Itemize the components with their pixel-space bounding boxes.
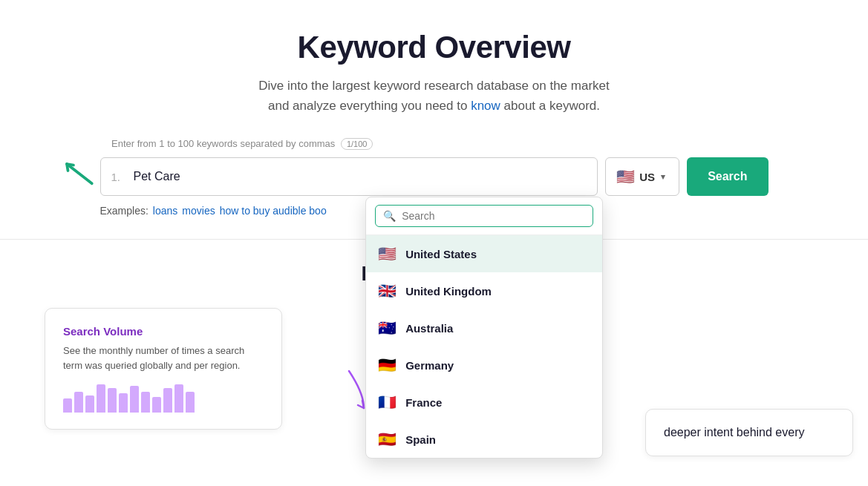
chart-bar: [152, 397, 161, 413]
country-item-uk[interactable]: 🇬🇧 United Kingdom: [366, 272, 602, 309]
country-name-au: Australia: [405, 322, 453, 335]
chart-bar: [108, 388, 117, 413]
flag-au: 🇦🇺: [378, 319, 397, 337]
chart-bar: [74, 392, 83, 413]
right-info-card: deeper intent behind every: [645, 409, 853, 456]
dropdown-search-border: 🔍: [375, 205, 593, 227]
search-volume-title: Search Volume: [63, 325, 264, 338]
search-row: 1. 🇺🇸 US ▾ 🔍: [100, 157, 769, 196]
country-item-fr[interactable]: 🇫🇷 France: [366, 384, 602, 421]
page-subtitle: Dive into the largest keyword research d…: [15, 76, 853, 116]
country-name-fr: France: [405, 396, 442, 409]
chart-bar: [97, 384, 105, 413]
country-list[interactable]: 🇺🇸 United States 🇬🇧 United Kingdom 🇦🇺 Au…: [366, 235, 602, 458]
chart-bar: [63, 398, 72, 413]
subtitle-line1: Dive into the largest keyword research d…: [258, 79, 609, 93]
keyword-count-badge: 1/100: [341, 138, 373, 150]
example-link-how-to-buy[interactable]: how to buy audible boo: [220, 205, 327, 217]
chart-bar: [130, 386, 139, 413]
dropdown-search-wrapper: 🔍: [366, 197, 602, 235]
example-link-movies[interactable]: movies: [182, 205, 215, 217]
country-name-us: United States: [405, 248, 477, 260]
keyword-number: 1.: [111, 171, 126, 183]
country-item-es[interactable]: 🇪🇸 Spain: [366, 421, 602, 458]
country-name-uk: United Kingdom: [405, 285, 492, 298]
flag-fr: 🇫🇷: [378, 393, 397, 411]
search-volume-desc: See the monthly number of times a search…: [63, 344, 264, 372]
country-flag: 🇺🇸: [616, 168, 635, 185]
subtitle-line2-end: about a keyword.: [500, 99, 600, 113]
flag-de: 🇩🇪: [378, 356, 397, 374]
page-wrapper: Keyword Overview Dive into the largest k…: [0, 0, 868, 486]
chart-bar: [141, 392, 150, 413]
chart-bar: [174, 384, 183, 413]
country-name-es: Spain: [405, 433, 436, 446]
country-item-au[interactable]: 🇦🇺 Australia: [366, 309, 602, 347]
chart-bar: [85, 395, 94, 413]
country-name-de: Germany: [405, 359, 454, 372]
country-dropdown[interactable]: 🔍 🇺🇸 United States 🇬🇧 United Kingdom: [365, 197, 603, 459]
chevron-down-icon: ▾: [661, 172, 665, 182]
header-section: Keyword Overview Dive into the largest k…: [0, 0, 868, 138]
search-button[interactable]: Search: [687, 157, 768, 196]
keyword-count-label: Enter from 1 to 100 keywords separated b…: [111, 138, 373, 150]
flag-es: 🇪🇸: [378, 430, 397, 448]
chart-bar: [163, 388, 172, 413]
flag-us: 🇺🇸: [378, 245, 397, 263]
right-card-desc: deeper intent behind every: [664, 426, 835, 439]
card-chart: [63, 383, 264, 413]
chart-bar: [119, 393, 128, 413]
search-icon: 🔍: [383, 210, 396, 222]
keyword-input-wrapper[interactable]: 1.: [100, 157, 598, 196]
keyword-input[interactable]: [134, 170, 587, 183]
subtitle-line2-start: and analyze everything you need to: [268, 99, 471, 113]
example-link-loans[interactable]: loans: [153, 205, 177, 217]
search-volume-card: Search Volume See the monthly number of …: [45, 308, 282, 430]
country-code: US: [639, 171, 655, 183]
country-item-us[interactable]: 🇺🇸 United States: [366, 235, 602, 272]
dropdown-search-input[interactable]: [402, 210, 585, 222]
flag-uk: 🇬🇧: [378, 282, 397, 300]
subtitle-highlight: know: [471, 99, 500, 113]
search-area: Enter from 1 to 100 keywords separated b…: [0, 138, 868, 217]
arrow-indicator: [56, 153, 100, 200]
country-selector[interactable]: 🇺🇸 US ▾ 🔍 🇺🇸 United States: [605, 157, 679, 196]
chart-bar: [186, 392, 195, 413]
page-title: Keyword Overview: [15, 30, 853, 65]
country-item-de[interactable]: 🇩🇪 Germany: [366, 347, 602, 384]
examples-label: Examples:: [100, 205, 149, 217]
